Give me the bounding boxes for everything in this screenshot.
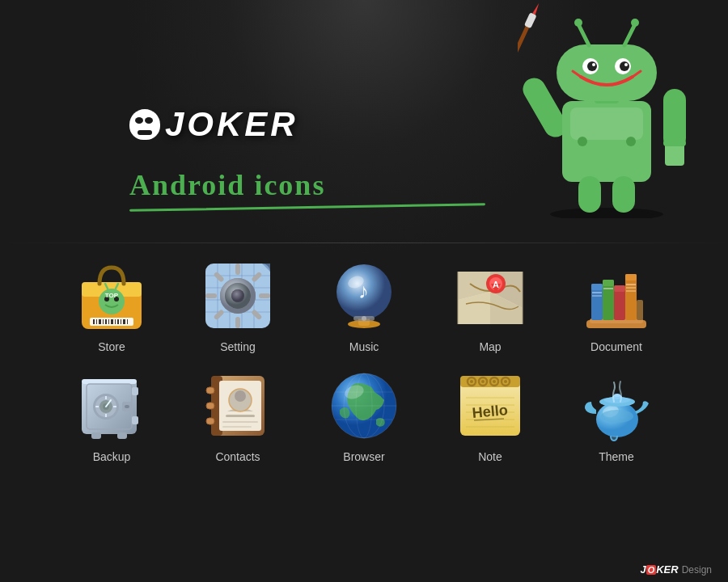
footer-suffix: Design	[682, 564, 712, 576]
svg-rect-43	[115, 319, 116, 324]
map-icon: A	[454, 259, 527, 332]
browser-label: Browser	[343, 450, 384, 463]
svg-rect-36	[93, 319, 95, 324]
joker-logo: JOKER	[129, 105, 485, 144]
header-section: JOKER Android icons	[0, 0, 728, 242]
contacts-icon	[201, 369, 274, 442]
music-icon: ♪	[328, 259, 400, 332]
svg-rect-100	[603, 280, 614, 286]
svg-rect-97	[592, 292, 602, 293]
svg-rect-133	[226, 415, 255, 417]
svg-rect-114	[132, 416, 138, 424]
svg-point-132	[235, 390, 246, 402]
svg-rect-15	[557, 44, 657, 101]
svg-rect-138	[206, 418, 214, 424]
svg-text:♪: ♪	[358, 279, 369, 303]
svg-rect-127	[117, 432, 127, 439]
svg-rect-105	[625, 274, 637, 280]
icons-section: TOP Store	[0, 251, 728, 487]
svg-rect-104	[625, 274, 637, 320]
contacts-label: Contacts	[215, 450, 260, 463]
svg-text:A: A	[493, 280, 499, 289]
svg-marker-4	[532, 2, 540, 15]
svg-rect-135	[222, 426, 252, 428]
android-robot-container	[485, 0, 696, 218]
theme-icon-item[interactable]: Theme	[568, 369, 665, 463]
svg-point-10	[578, 137, 587, 146]
header-left: JOKER Android icons	[0, 105, 485, 218]
backup-label: Backup	[93, 450, 131, 463]
store-icon: TOP	[75, 259, 148, 332]
svg-rect-45	[121, 319, 121, 324]
svg-rect-61	[235, 264, 240, 275]
svg-rect-7	[663, 140, 686, 146]
map-label: Map	[479, 340, 501, 353]
setting-label: Setting	[220, 340, 256, 353]
svg-point-72	[231, 289, 244, 302]
note-icon-item[interactable]: Hello Note	[442, 369, 539, 463]
document-icon	[580, 259, 653, 332]
svg-rect-47	[127, 319, 128, 324]
music-label: Music	[349, 340, 379, 353]
svg-rect-134	[222, 421, 258, 423]
svg-rect-96	[591, 284, 603, 290]
store-icon-item[interactable]: TOP Store	[63, 259, 160, 353]
svg-rect-37	[96, 319, 97, 324]
document-label: Document	[590, 340, 642, 353]
svg-rect-111	[82, 379, 137, 384]
contacts-icon-item[interactable]: Contacts	[189, 369, 286, 463]
android-robot-icon	[518, 0, 696, 218]
document-icon-item[interactable]: Document	[568, 259, 665, 353]
svg-rect-9	[570, 108, 643, 140]
svg-line-26	[624, 24, 635, 45]
svg-point-25	[574, 19, 582, 27]
svg-rect-136	[206, 387, 214, 394]
svg-rect-44	[117, 319, 119, 324]
store-label: Store	[98, 340, 125, 353]
svg-point-27	[631, 19, 639, 27]
brand-name: JOKER	[165, 105, 298, 144]
svg-rect-42	[111, 319, 113, 324]
svg-rect-46	[123, 319, 125, 324]
svg-rect-109	[637, 300, 643, 320]
theme-icon	[580, 369, 653, 442]
svg-rect-65	[235, 317, 240, 328]
svg-rect-103	[614, 285, 625, 292]
svg-rect-137	[206, 403, 214, 409]
svg-point-171	[614, 394, 620, 397]
svg-rect-98	[592, 295, 602, 297]
section-divider	[0, 242, 728, 243]
note-label: Note	[478, 450, 502, 463]
icons-row-2: Backup	[49, 369, 679, 463]
svg-rect-113	[132, 387, 138, 395]
svg-line-24	[578, 24, 589, 45]
svg-point-153	[481, 380, 485, 383]
icons-row-1: TOP Store	[49, 259, 679, 353]
svg-point-157	[504, 380, 507, 383]
svg-point-19	[620, 61, 629, 71]
music-icon-item[interactable]: ♪ Music	[315, 259, 413, 353]
svg-rect-126	[91, 432, 101, 439]
svg-point-155	[493, 380, 496, 383]
svg-rect-12	[578, 176, 601, 213]
svg-rect-41	[108, 319, 109, 324]
backup-icon	[75, 369, 148, 442]
svg-point-20	[592, 63, 595, 66]
note-icon: Hello	[454, 369, 527, 442]
svg-rect-13	[612, 176, 635, 213]
svg-rect-40	[105, 319, 107, 324]
footer: JOKER Design	[640, 563, 712, 576]
android-icons-text: Android icons	[129, 168, 485, 202]
svg-rect-125	[125, 405, 129, 408]
svg-point-151	[470, 380, 473, 383]
svg-point-0	[550, 208, 663, 218]
setting-icon	[201, 259, 274, 332]
svg-rect-67	[205, 293, 217, 298]
svg-rect-38	[99, 319, 101, 324]
backup-icon-item[interactable]: Backup	[63, 369, 160, 463]
setting-icon-item[interactable]: Setting	[189, 259, 286, 353]
map-icon-item[interactable]: A Map	[442, 259, 539, 353]
svg-rect-108	[626, 290, 636, 292]
svg-text:TOP: TOP	[105, 292, 119, 299]
browser-icon-item[interactable]: Browser	[315, 369, 413, 463]
